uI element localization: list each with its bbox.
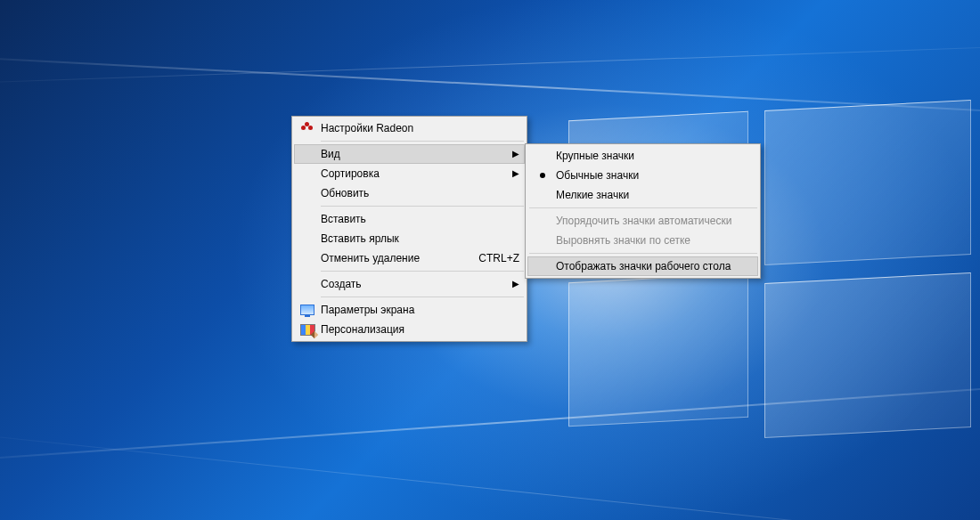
submenu-item-auto-arrange[interactable]: Упорядочить значки автоматически: [527, 211, 758, 231]
menu-item-label: Сортировка: [321, 167, 509, 180]
desktop-context-menu: Настройки Radeon Вид ▶ Сортировка ▶ Обно…: [291, 116, 527, 342]
menu-item-label: Мелкие значки: [556, 189, 753, 201]
menu-item-shortcut: CTRL+Z: [478, 252, 519, 264]
menu-item-radeon-settings[interactable]: Настройки Radeon: [294, 118, 525, 138]
menu-item-label: Параметры экрана: [321, 304, 519, 316]
menu-item-label: Вид: [321, 148, 509, 160]
menu-item-sort[interactable]: Сортировка ▶: [294, 164, 525, 183]
menu-item-label: Выровнять значки по сетке: [556, 234, 753, 247]
menu-item-label: Настройки Radeon: [321, 122, 519, 134]
submenu-arrow-icon: ▶: [509, 280, 519, 288]
menu-separator: [321, 206, 524, 207]
menu-item-label: Вставить ярлык: [321, 232, 519, 245]
menu-separator: [321, 141, 524, 142]
menu-item-paste[interactable]: Вставить: [294, 209, 525, 229]
menu-item-label: Персонализация: [321, 323, 519, 336]
radeon-icon: [298, 121, 317, 135]
menu-item-label: Отображать значки рабочего стола: [556, 260, 753, 272]
menu-item-refresh[interactable]: Обновить: [294, 183, 525, 203]
menu-item-label: Отменить удаление: [321, 252, 457, 264]
submenu-item-show-desktop-icons[interactable]: Отображать значки рабочего стола: [527, 256, 758, 276]
menu-item-label: Обновить: [321, 187, 519, 199]
submenu-arrow-icon: ▶: [509, 150, 519, 158]
personalize-icon: [298, 322, 317, 337]
submenu-item-align-grid[interactable]: Выровнять значки по сетке: [527, 231, 758, 250]
menu-separator: [321, 271, 524, 272]
display-icon: [298, 303, 317, 317]
menu-item-display-settings[interactable]: Параметры экрана: [294, 300, 525, 320]
menu-item-new[interactable]: Создать ▶: [294, 274, 525, 294]
desktop[interactable]: Настройки Radeon Вид ▶ Сортировка ▶ Обно…: [0, 0, 980, 520]
menu-item-label: Создать: [321, 278, 509, 290]
menu-item-label: Обычные значки: [556, 169, 753, 182]
submenu-item-small-icons[interactable]: Мелкие значки: [527, 185, 758, 205]
submenu-item-medium-icons[interactable]: Обычные значки: [527, 166, 758, 185]
menu-item-paste-shortcut[interactable]: Вставить ярлык: [294, 229, 525, 248]
menu-item-personalize[interactable]: Персонализация: [294, 320, 525, 339]
view-submenu: Крупные значки Обычные значки Мелкие зна…: [525, 143, 761, 279]
menu-item-label: Вставить: [321, 213, 519, 225]
menu-item-undo-delete[interactable]: Отменить удаление CTRL+Z: [294, 248, 525, 268]
menu-item-label: Крупные значки: [556, 150, 753, 162]
submenu-item-large-icons[interactable]: Крупные значки: [527, 146, 758, 166]
menu-separator: [529, 253, 757, 254]
menu-item-view[interactable]: Вид ▶: [294, 144, 525, 164]
menu-separator: [529, 207, 757, 208]
menu-separator: [321, 297, 524, 297]
radio-selected-icon: [535, 168, 551, 183]
menu-item-label: Упорядочить значки автоматически: [556, 215, 753, 227]
submenu-arrow-icon: ▶: [509, 169, 519, 178]
